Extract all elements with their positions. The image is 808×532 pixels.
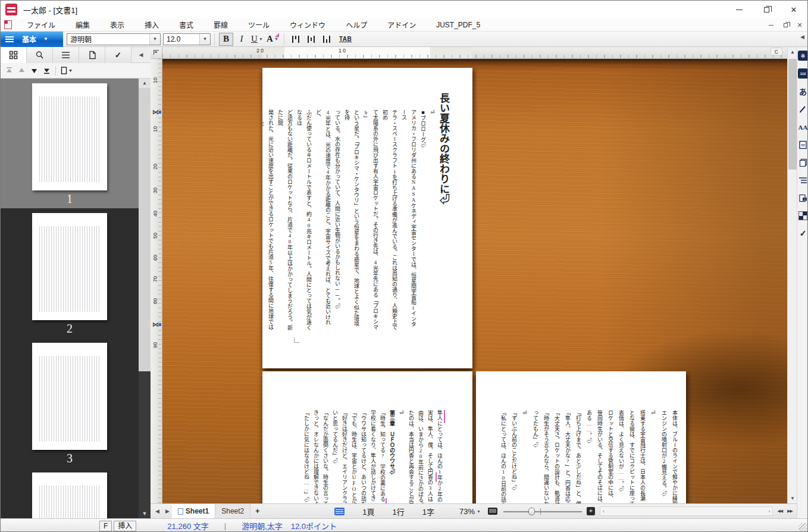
align-bottom-button[interactable] — [319, 33, 334, 46]
outline-icon[interactable] — [798, 176, 808, 186]
tab-search[interactable] — [27, 47, 53, 63]
tab-sheet1[interactable]: Sheet1 — [172, 504, 215, 519]
chevron-down-icon[interactable]: ▼ — [149, 34, 160, 45]
thumbnail-page-2[interactable]: 2 — [1, 208, 139, 338]
app-icon[interactable] — [5, 4, 17, 15]
menu-items: ファイル編集表示挿入書式罫線ツールウィンドウヘルプアドインJUST_PDF_5 — [17, 18, 490, 31]
text-column: 「時生がそう言うんなら、間違いないね — [541, 410, 552, 503]
chevron-down-icon[interactable]: ▼ — [477, 509, 481, 514]
check-icon[interactable]: ✓ — [798, 228, 808, 238]
zoom-level[interactable]: 73% — [459, 507, 475, 516]
underline-button[interactable]: U▼ — [250, 33, 264, 46]
menu-item[interactable]: ウィンドウ — [280, 18, 336, 31]
ruler-unit-button[interactable]: C — [771, 48, 783, 55]
scroll-up-icon[interactable]: ▲ — [788, 47, 797, 57]
menu-item[interactable]: ツール — [238, 18, 280, 31]
document-page-2[interactable]: 本体は、ブルーのラインで鮮やかに縁取エンジンの噴射口が2機見える。⏎⏎搭乗する宇… — [476, 371, 686, 503]
page-select-button[interactable]: ▼ — [61, 67, 73, 74]
margin-marker-top[interactable]: ⋈ — [152, 109, 159, 115]
horizontal-scrollbar[interactable]: ‹ › — [600, 506, 773, 516]
scrollbar-thumb[interactable] — [139, 88, 151, 371]
jump-up-button[interactable] — [18, 67, 26, 74]
menu-item[interactable]: 表示 — [100, 18, 134, 31]
insert-mode-button[interactable]: 挿入 — [114, 521, 136, 531]
menu-item[interactable]: ヘルプ — [336, 18, 377, 31]
margin-marker-bottom[interactable]: ⋈ — [152, 322, 159, 327]
close-button[interactable]: ✕ — [780, 1, 807, 18]
copy-stack-icon[interactable] — [798, 158, 808, 168]
doc-minimize-button[interactable] — [766, 20, 776, 30]
font-name-select[interactable]: 游明朝 ▼ — [67, 33, 161, 45]
menu-item[interactable]: アドイン — [377, 18, 426, 31]
chevron-down-icon[interactable]: ▼ — [274, 37, 278, 42]
comment-page-icon[interactable]: 1 — [798, 193, 808, 204]
font-color-button[interactable]: A▼ — [265, 33, 280, 46]
quick-palette-strip: ✻ 112 あ AA 88 1 ✓ — [797, 47, 808, 518]
ruler-corner[interactable] — [151, 47, 162, 59]
align-center-button[interactable] — [303, 33, 319, 46]
add-sheet-button[interactable]: + — [250, 507, 264, 515]
menu-item[interactable]: 書式 — [169, 18, 203, 31]
italic-button[interactable]: I — [234, 33, 249, 46]
pen-icon[interactable] — [798, 104, 808, 114]
restore-button[interactable] — [753, 1, 780, 18]
panel-collapse-button[interactable]: ◀ — [131, 47, 151, 62]
menu-item[interactable]: ファイル — [17, 18, 65, 31]
tab-page-copy[interactable] — [79, 47, 105, 63]
menu-item[interactable]: 挿入 — [134, 18, 169, 31]
slider-thumb[interactable] — [528, 508, 535, 515]
zoom-slider[interactable] — [503, 506, 582, 516]
scroll-up-icon[interactable]: ▲ — [139, 79, 151, 88]
sheet-next-button[interactable]: ▶ — [163, 508, 172, 514]
font-size-select[interactable]: 12.0 ▼ — [163, 33, 211, 45]
function-key-button[interactable]: F — [99, 521, 112, 531]
scroll-down-icon[interactable]: ▼ — [139, 509, 151, 518]
jump-down-button[interactable] — [30, 67, 38, 74]
minimize-button[interactable] — [725, 1, 753, 18]
scroll-down-icon[interactable]: ▼ — [788, 493, 797, 503]
tab-setting-button[interactable]: TAB — [339, 36, 352, 42]
pattern-icon[interactable] — [798, 211, 807, 220]
scrollbar-thumb[interactable] — [788, 59, 797, 170]
kana-a-icon[interactable]: あ — [798, 86, 808, 96]
sheet-prev-button[interactable]: ◀ — [153, 508, 162, 514]
chevron-down-icon[interactable]: ▼ — [259, 37, 263, 42]
document-page-1[interactable]: 長い夏休みの終わりに⏎⏎■プロローグ⏎アメリカ・フロリダ州にあるNASAケネディ… — [262, 68, 472, 368]
tab-check[interactable]: ✓ — [105, 47, 131, 63]
bold-button[interactable]: B — [219, 33, 233, 46]
thumbnail-page-1[interactable]: 1 — [1, 79, 139, 208]
tab-thumbnails[interactable] — [1, 47, 27, 63]
vertical-scrollbar[interactable]: ▲ ▼ — [787, 47, 797, 503]
font-size-icon[interactable]: AA — [798, 122, 808, 132]
palette-selector[interactable]: 基本 ▼ — [1, 32, 63, 47]
menu-item[interactable]: JUST_PDF_5 — [426, 18, 490, 31]
page-number-icon[interactable]: 88 — [798, 140, 808, 150]
stamp-112-icon[interactable]: 112 — [798, 68, 808, 79]
thumbnail-scrollbar[interactable]: ▲ ▼ — [139, 79, 151, 518]
previous-page-button[interactable]: ◀◀ — [775, 509, 784, 514]
tab-sheet2[interactable]: Sheet2 — [215, 504, 250, 519]
slider-track[interactable] — [503, 511, 582, 512]
scroll-left-icon[interactable]: ‹ — [600, 508, 607, 514]
chevron-down-icon[interactable]: ▼ — [199, 34, 210, 45]
tab-outline[interactable] — [53, 47, 79, 63]
toolbar-collapse-button[interactable]: ◀ — [800, 34, 804, 40]
doc-restore-button[interactable] — [780, 20, 791, 30]
next-page-button[interactable]: ▶▶ — [785, 509, 794, 514]
align-top-button[interactable] — [288, 33, 303, 46]
view-mode-icon[interactable] — [334, 508, 345, 515]
resize-grip[interactable] — [799, 523, 807, 531]
document-page-3[interactable]: 隼人にとっては、ほんの1年か2年の実は、隼人、僕、そして円香の3人は由は、いまか… — [262, 371, 472, 503]
justsystems-flower-icon[interactable]: ✻ — [798, 51, 808, 61]
thumbnail-page-3[interactable]: 3 — [1, 338, 139, 468]
menu-item[interactable]: 罫線 — [203, 18, 238, 31]
scroll-right-icon[interactable]: › — [766, 508, 772, 514]
document-icon[interactable] — [4, 20, 12, 29]
jump-last-button[interactable] — [43, 67, 51, 74]
thumbnail-page-4[interactable] — [1, 468, 139, 518]
menu-item[interactable]: 編集 — [65, 18, 100, 31]
fit-screen-icon[interactable] — [488, 508, 497, 515]
zoom-in-button[interactable]: + — [587, 507, 595, 515]
doc-close-button[interactable]: ✕ — [794, 20, 805, 30]
jump-first-button[interactable] — [5, 67, 13, 74]
